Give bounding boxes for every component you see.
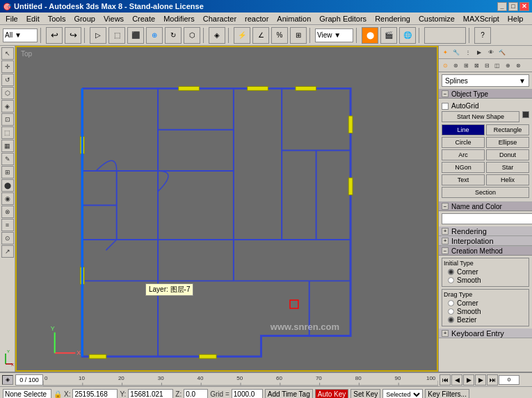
rp-icon-utility[interactable]: 🔨 (497, 47, 507, 57)
arc-button[interactable]: Arc (442, 149, 485, 160)
keyboard-entry-rollout[interactable]: + Keyboard Entry (439, 329, 532, 338)
helix-button[interactable]: Helix (486, 174, 529, 185)
menu-tools[interactable]: Tools (44, 14, 70, 24)
menu-customize[interactable]: Customize (414, 14, 459, 24)
rp-icon2-2[interactable]: ⊛ (451, 60, 460, 70)
snap-toggle-button[interactable]: ⚡ (234, 27, 250, 44)
lt-tool14[interactable]: ≡ (1, 219, 14, 231)
lt-tool9[interactable]: ✎ (1, 153, 14, 165)
add-time-tag-button[interactable]: Add Time Tag (265, 389, 313, 399)
lt-tool6[interactable]: ⊡ (1, 113, 14, 126)
menu-reactor[interactable]: reactor (241, 14, 273, 24)
angle-snap-button[interactable]: ∠ (252, 27, 269, 44)
expand-keyboard[interactable]: + (442, 330, 449, 337)
initial-smooth-radio[interactable] (448, 277, 454, 283)
go-start-button[interactable]: ⏮ (440, 374, 451, 385)
expand-rendering[interactable]: + (442, 228, 449, 235)
select-region-button[interactable]: ⬚ (108, 27, 125, 44)
start-new-shape-btn[interactable]: Start New Shape (442, 111, 519, 122)
rendering-rollout[interactable]: + Rendering (439, 226, 532, 236)
rp-icon-motion[interactable]: ▶ (474, 47, 484, 57)
rp-icon-hierarchy[interactable]: ⋮ (463, 47, 473, 57)
menu-edit[interactable]: Edit (22, 14, 44, 24)
lt-scale[interactable]: ⬡ (1, 87, 14, 99)
reference-button[interactable]: ◈ (209, 27, 225, 44)
rp-icon2-8[interactable]: ⊗ (513, 60, 523, 70)
drag-corner-radio[interactable] (448, 300, 454, 306)
rectangle-button[interactable]: Rectangle (486, 124, 529, 135)
current-frame-field[interactable]: 0 (499, 375, 519, 385)
frame-counter[interactable]: 0 / 100 (15, 374, 43, 385)
viewport-top[interactable]: Top (15, 46, 438, 372)
rp-icon-modify[interactable]: 🔧 (451, 47, 461, 57)
lt-tool5[interactable]: ◈ (1, 100, 14, 113)
menu-rendering[interactable]: Rendering (371, 14, 414, 24)
lt-select[interactable]: ↖ (1, 47, 14, 60)
select-object-button[interactable]: ▷ (90, 27, 106, 44)
undo-button[interactable]: ↩ (46, 27, 63, 44)
drag-smooth-radio[interactable] (448, 308, 454, 315)
y-field[interactable]: 15681.021 (128, 389, 173, 399)
section-button[interactable]: Section (442, 187, 529, 198)
rp-icon2-6[interactable]: ◫ (492, 60, 502, 70)
key-filter-dropdown[interactable]: Selected (382, 389, 423, 399)
next-frame-button[interactable]: ▶ (475, 374, 486, 385)
set-key-button[interactable]: Set Key (350, 389, 380, 399)
interpolation-rollout[interactable]: + Interpolation (439, 236, 532, 246)
name-color-header[interactable]: − Name and Color (439, 201, 532, 211)
rp-icon-display[interactable]: 👁 (486, 47, 496, 57)
redo-button[interactable]: ↪ (65, 27, 81, 44)
lt-tool11[interactable]: ⬤ (1, 179, 14, 192)
move-button[interactable]: ⊕ (146, 27, 163, 44)
rotate-button[interactable]: ↻ (165, 27, 182, 44)
menu-views[interactable]: Views (99, 14, 128, 24)
rp-icon-create[interactable]: ✦ (440, 47, 450, 57)
ngon-button[interactable]: NGon (442, 162, 485, 173)
menu-create[interactable]: Create (128, 14, 159, 24)
lt-tool10[interactable]: ⊞ (1, 166, 14, 179)
go-end-button[interactable]: ⏭ (487, 374, 498, 385)
lt-tool8[interactable]: ▦ (1, 140, 14, 152)
rp-icon2-1[interactable]: ⊙ (440, 60, 450, 70)
menu-modifiers[interactable]: Modifiers (159, 14, 199, 24)
rp-icon2-4[interactable]: ⊠ (471, 60, 481, 70)
minimize-button[interactable]: _ (497, 2, 507, 11)
named-sel-sets[interactable] (424, 27, 466, 44)
collapse-name-color[interactable]: − (442, 203, 449, 210)
spinner-snap-button[interactable]: ⊞ (290, 27, 307, 44)
expand-interpolation[interactable]: + (442, 238, 449, 244)
play-button[interactable]: ▶ (463, 374, 474, 385)
rp-icon2-7[interactable]: ⊕ (503, 60, 513, 70)
help-button[interactable]: ? (474, 27, 491, 44)
ellipse-button[interactable]: Ellipse (486, 137, 529, 148)
render-button[interactable]: ⬤ (362, 27, 378, 44)
grid-field[interactable]: 1000.0 (232, 389, 263, 399)
x-field[interactable]: 25195.168 (72, 389, 118, 399)
creation-method-header[interactable]: − Creation Method (439, 246, 532, 256)
object-type-header[interactable]: − Object Type (439, 89, 532, 99)
close-button[interactable]: ✕ (519, 2, 529, 11)
z-field[interactable]: 0.0 (184, 389, 208, 399)
prev-frame-button[interactable]: ◀ (451, 374, 462, 385)
collapse-obj-type[interactable]: − (442, 90, 449, 97)
percent-snap-button[interactable]: % (271, 27, 288, 44)
drag-bezier-radio[interactable] (448, 317, 454, 323)
circle-button[interactable]: Circle (442, 137, 485, 148)
lock-icon[interactable]: 🔒 (54, 390, 62, 398)
menu-help[interactable]: Help (503, 14, 528, 24)
lt-rotate[interactable]: ↺ (1, 74, 14, 86)
text-button[interactable]: Text (442, 174, 485, 185)
auto-key-button[interactable]: Auto Key (315, 389, 349, 399)
maximize-button[interactable]: □ (508, 2, 518, 11)
menu-animation[interactable]: Animation (273, 14, 315, 24)
layer-dropdown[interactable]: All ▼ (3, 28, 38, 42)
rp-icon2-3[interactable]: ⊞ (461, 60, 471, 70)
lt-move[interactable]: ✛ (1, 60, 14, 73)
scale-button[interactable]: ⬡ (184, 27, 200, 44)
lt-tool15[interactable]: ⊙ (1, 232, 14, 244)
lt-tool13[interactable]: ⊗ (1, 206, 14, 218)
view-dropdown[interactable]: View ▼ (315, 28, 353, 42)
line-button[interactable]: Line (442, 124, 485, 135)
lt-tool12[interactable]: ◉ (1, 192, 14, 205)
initial-corner-radio[interactable] (448, 269, 454, 275)
